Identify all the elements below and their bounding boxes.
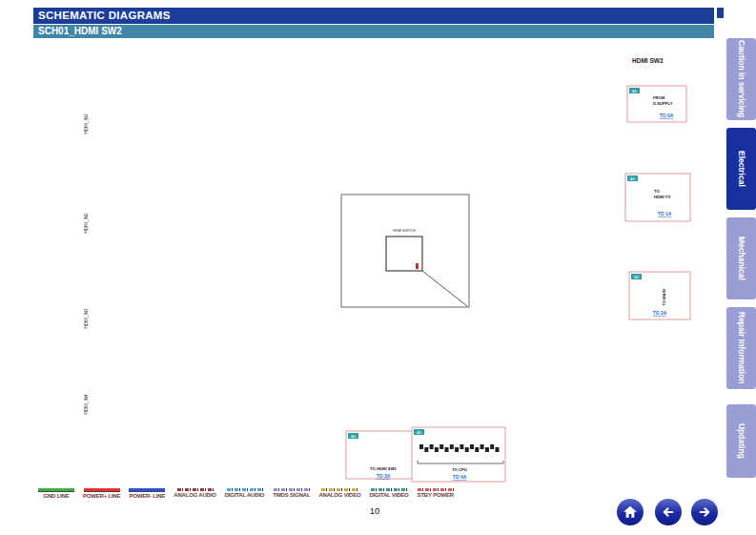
tab-label: Repair Information (737, 312, 746, 384)
page-link-to-4a[interactable]: TO 4A (453, 474, 467, 480)
legend-label: STBY POWER (418, 492, 454, 498)
page-title: SCHEMATIC DIAGRAMS (33, 8, 714, 24)
arrow-left-icon (660, 504, 677, 521)
legend-label: POWER- LINE (129, 493, 165, 499)
connector-label-2: HDMI_IN2 (84, 213, 89, 234)
legend-item-digital-video: DIGITAL VIDEO (369, 488, 408, 499)
tab-label: Electrical (737, 151, 746, 187)
legend-line-sample (274, 488, 310, 491)
page-tag: A6 (630, 176, 636, 181)
legend-label: POWER+ LINE (83, 493, 120, 499)
ic-label: HDMI SWITCH (393, 229, 416, 233)
schematic-canvas: HDMI SW2 HDMI_IN1 HDMI_IN2 HDMI_IN3 HDMI… (33, 40, 720, 484)
connector-label-4: HDMI_IN4 (84, 394, 89, 415)
page-tag: A6 (634, 275, 640, 279)
page-tag: A6 (351, 434, 357, 439)
box-label: FROM (653, 95, 665, 100)
legend-label: DIGITAL AUDIO (225, 492, 265, 498)
connector-label-3: HDMI_IN3 (84, 308, 89, 329)
legend-line-sample (84, 488, 120, 492)
page-link-to-2a[interactable]: TO 2A (653, 310, 667, 316)
page-link-to-3a[interactable]: TO 3A (377, 473, 391, 479)
link-box-to-cpu: A6 TO CPU TO 4A (412, 427, 505, 482)
tab-label: Updating (737, 423, 746, 459)
previous-page-button[interactable] (655, 499, 682, 525)
tab-electrical[interactable]: Electrical (726, 128, 756, 210)
tab-repair-information[interactable]: Repair Information (726, 307, 756, 389)
box-label: TO HDMI SW1 (370, 466, 398, 471)
legend-item-power-minus: POWER- LINE (129, 488, 165, 499)
legend-line-sample (38, 488, 74, 492)
page-tag: A6 (632, 89, 638, 93)
arrow-right-icon (696, 504, 713, 521)
box-label: TO MAIN (662, 289, 666, 306)
tab-caution-in-servicing[interactable]: Caution in servicing (726, 38, 756, 120)
legend-line-sample (227, 488, 263, 491)
tab-mechanical[interactable]: Mechanical (726, 217, 756, 299)
legend-line-sample (321, 488, 358, 491)
legend-line-sample (129, 488, 165, 492)
legend-label: DIGITAL VIDEO (369, 492, 408, 498)
legend-item-stby-power: STBY POWER (418, 488, 454, 499)
legend-label: GND LINE (43, 493, 69, 499)
legend-label: ANALOG VIDEO (318, 492, 360, 498)
legend-label: TMDS SIGNAL (273, 492, 310, 498)
legend-line-sample (371, 488, 407, 491)
qfp-ic: HDMI SWITCH (341, 195, 469, 307)
legend-line-sample (177, 488, 214, 491)
home-icon (622, 504, 639, 521)
page-tag: A6 (417, 430, 422, 435)
line-legend: GND LINE POWER+ LINE POWER- LINE ANALOG … (38, 488, 454, 499)
legend-label: ANALOG AUDIO (174, 492, 215, 498)
legend-item-digital-audio: DIGITAL AUDIO (225, 488, 265, 499)
link-box-to-hdmi-sw1: A6 TO HDMI SW1 TO 3A (346, 431, 420, 479)
tab-updating[interactable]: Updating (726, 404, 756, 478)
link-box-from-d-supply: A6 FROM D.SUPPLY TO 0A (627, 86, 686, 122)
connector-label-1: HDMI_IN1 (84, 113, 89, 134)
schematic-subtitle: SCH01_HDMI SW2 (33, 25, 714, 38)
link-box-to-hdmi-tx: A6 TO HDMI TX TO 1A (625, 174, 690, 221)
box-label: HDMI TX (654, 195, 670, 199)
page-link-to-0a[interactable]: TO 0A (660, 113, 674, 118)
legend-item-tmds-signal: TMDS SIGNAL (273, 488, 310, 499)
tab-label: Caution in servicing (737, 40, 746, 117)
box-label: TO (654, 189, 660, 194)
box-label: D.SUPPLY (653, 101, 673, 106)
link-box-to-main: A6 TO MAIN TO 2A (629, 272, 690, 319)
legend-item-gnd: GND LINE (38, 488, 74, 499)
legend-item-power-plus: POWER+ LINE (83, 488, 120, 499)
tab-label: Mechanical (737, 237, 746, 280)
schematic-title: HDMI SW2 (632, 57, 664, 64)
manual-page: SCHEMATIC DIAGRAMS SCH01_HDMI SW2 Cautio… (0, 0, 756, 535)
legend-item-analog-audio: ANALOG AUDIO (174, 488, 215, 499)
corner-decoration (717, 8, 724, 18)
next-page-button[interactable] (691, 499, 718, 525)
box-label: TO CPU (452, 467, 467, 472)
legend-line-sample (418, 488, 454, 491)
home-button[interactable] (617, 499, 644, 525)
legend-item-analog-video: ANALOG VIDEO (318, 488, 360, 499)
page-link-to-1a[interactable]: TO 1A (658, 211, 672, 216)
